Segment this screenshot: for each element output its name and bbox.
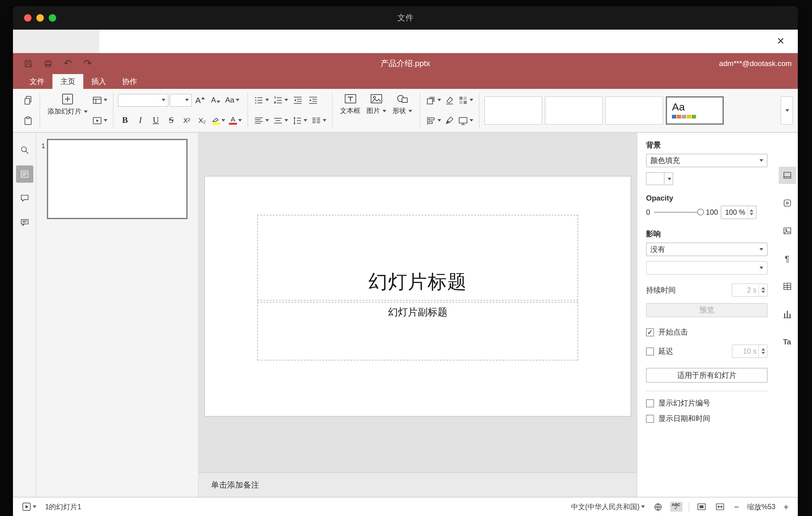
decrease-indent-button[interactable] [291, 92, 305, 108]
textart-settings-button[interactable]: Ta [778, 333, 796, 351]
zoom-out-button[interactable]: − [732, 502, 741, 512]
background-fill-select[interactable]: 颜色填充 [646, 154, 767, 167]
paragraph-settings-button[interactable]: ¶ [778, 250, 796, 267]
clear-style-button[interactable] [442, 92, 457, 108]
language-selector[interactable]: 中文(中华人民共和国) [570, 501, 646, 512]
slide-size-button[interactable] [457, 113, 474, 128]
add-slide-button[interactable]: 添加幻灯片 [45, 91, 91, 130]
tab-file[interactable]: 文件 [22, 74, 53, 89]
change-case-button[interactable]: Aa [224, 92, 240, 108]
fit-slide-button[interactable] [695, 501, 707, 512]
insert-textbox-button[interactable]: 文本框 [337, 91, 364, 130]
highlight-color-button[interactable] [210, 113, 227, 128]
color-scheme-button[interactable] [457, 92, 474, 108]
effect-type-select[interactable] [646, 261, 767, 275]
tab-collaboration[interactable]: 协作 [114, 74, 145, 89]
preview-button[interactable]: 预览 [646, 303, 767, 317]
globe-icon [653, 502, 662, 511]
subtitle-placeholder[interactable]: 幻灯片副标题 [257, 302, 578, 361]
shape-settings-button[interactable] [778, 194, 796, 212]
delay-spinbox[interactable]: 10 s [732, 344, 767, 358]
menu-button[interactable] [785, 80, 788, 83]
fit-width-button[interactable] [714, 501, 726, 512]
spellcheck-button[interactable]: ABC ✓ [670, 502, 682, 512]
effect-select[interactable]: 没有 [646, 242, 767, 256]
close-icon[interactable]: × [775, 32, 787, 49]
duration-spinbox[interactable]: 2 s [732, 283, 767, 297]
chart-settings-button[interactable] [778, 306, 796, 323]
theme-thumbnail[interactable] [545, 96, 603, 124]
zoom-in-button[interactable]: + [782, 502, 790, 512]
opacity-slider-knob[interactable] [697, 209, 704, 216]
start-on-click-checkbox[interactable]: ✓ [646, 328, 654, 336]
decrease-font-button[interactable]: A [208, 92, 223, 108]
search-panel-button[interactable] [16, 141, 33, 159]
comments-panel-button[interactable] [16, 190, 33, 207]
insert-image-button[interactable]: 图片 [364, 91, 389, 130]
show-date-checkbox[interactable] [646, 415, 654, 423]
delay-checkbox[interactable] [646, 347, 654, 355]
print-button[interactable] [42, 57, 54, 70]
start-slideshow-button[interactable] [91, 113, 109, 128]
arrange-shape-button[interactable] [425, 92, 442, 108]
image-icon [370, 93, 383, 105]
theme-thumbnail[interactable] [484, 96, 542, 124]
tab-home[interactable]: 主页 [53, 74, 83, 89]
slides-panel-button[interactable] [16, 165, 33, 183]
numbering-button[interactable] [271, 92, 289, 108]
opacity-slider[interactable] [654, 212, 702, 213]
spinner-arrows[interactable] [758, 345, 767, 357]
bullets-button[interactable] [252, 92, 270, 108]
status-left: 1的幻灯片1 [20, 501, 82, 512]
minimize-window-button[interactable] [36, 14, 44, 22]
start-slideshow-status-button[interactable] [20, 501, 38, 512]
slide-thumbnail-1[interactable] [47, 139, 187, 219]
theme-thumbnail-selected[interactable]: Aa [666, 96, 724, 124]
increase-indent-button[interactable] [306, 92, 320, 108]
zoom-window-button[interactable] [49, 14, 56, 22]
redo-button[interactable]: ↷ [82, 57, 93, 70]
underline-button[interactable]: U [149, 113, 163, 128]
slide-layout-button[interactable] [91, 92, 109, 108]
strikeout-button[interactable]: S [164, 113, 178, 128]
spinner-arrows[interactable] [747, 206, 756, 219]
show-slide-number-checkbox[interactable] [646, 399, 654, 407]
horizontal-align-button[interactable] [252, 113, 270, 128]
copy-button[interactable] [21, 92, 35, 108]
fill-color-select[interactable] [646, 172, 673, 185]
slide-surface[interactable]: 幻灯片标题 幻灯片副标题 [205, 176, 631, 416]
theme-gallery-expand-button[interactable] [781, 96, 793, 124]
theme-thumbnail[interactable] [605, 96, 663, 124]
title-placeholder[interactable]: 幻灯片标题 [257, 215, 578, 300]
subscript-button[interactable]: X₂ [195, 113, 209, 128]
bold-button[interactable]: B [118, 113, 132, 128]
chat-panel-button[interactable] [16, 213, 33, 231]
notes-area[interactable]: 单击添加备注 [199, 472, 637, 497]
close-window-button[interactable] [24, 14, 31, 22]
slide-canvas[interactable]: 幻灯片标题 幻灯片副标题 [199, 133, 637, 472]
apply-to-all-slides-button[interactable]: 适用于所有幻灯片 [646, 368, 767, 383]
slide-settings-button[interactable] [778, 167, 796, 184]
save-button[interactable] [23, 57, 34, 70]
increase-font-button[interactable]: A [193, 92, 207, 108]
font-size-combo[interactable] [170, 93, 192, 107]
align-shape-button[interactable] [425, 113, 442, 128]
paste-button[interactable] [21, 113, 35, 128]
spinner-arrows[interactable] [758, 284, 767, 296]
line-spacing-button[interactable] [291, 113, 309, 128]
insert-shape-button[interactable]: 形状 [389, 91, 415, 130]
opacity-spinbox[interactable]: 100 % [720, 205, 756, 219]
superscript-button[interactable]: X² [179, 113, 194, 128]
image-settings-button[interactable] [778, 222, 796, 239]
font-name-combo[interactable] [118, 93, 169, 107]
undo-button[interactable]: ↶ [62, 57, 74, 70]
slides-group: 添加幻灯片 [41, 91, 112, 130]
font-color-button[interactable]: A [228, 113, 243, 128]
set-language-button[interactable] [652, 501, 664, 512]
columns-button[interactable] [310, 113, 328, 128]
vertical-align-button[interactable] [271, 113, 289, 128]
copy-style-button[interactable] [442, 113, 457, 128]
table-settings-button[interactable] [778, 278, 796, 295]
italic-button[interactable]: I [133, 113, 147, 128]
tab-insert[interactable]: 插入 [83, 74, 114, 89]
